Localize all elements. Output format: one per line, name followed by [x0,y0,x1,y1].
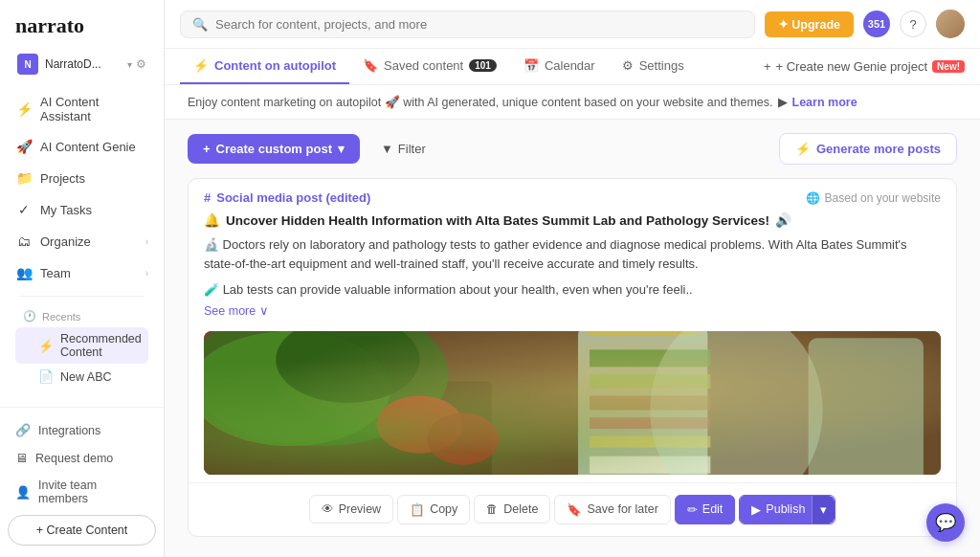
create-custom-post-button[interactable]: + Create custom post ▾ [188,134,360,164]
calendar-tab-icon: 📅 [523,58,539,73]
workspace-avatar: N [17,54,38,75]
sidebar-invite-team[interactable]: 👤 Invite team members [8,473,156,511]
delete-button[interactable]: 🗑 Delete [474,495,550,524]
sidebar: narrato N NarratoD... ▾ ⚙ ⚡ AI Content A… [0,0,165,557]
sidebar-request-demo[interactable]: 🖥 Request demo [8,445,156,471]
gear-tab-icon: ⚙ [622,58,634,73]
tab-content-on-autopilot[interactable]: ⚡ Content on autopilot [180,49,349,84]
post-title: 🔔 Uncover Hidden Health Information with… [204,212,941,228]
svg-rect-16 [809,338,924,475]
filter-button[interactable]: ▼ Filter [369,134,437,164]
workspace-gear-icon[interactable]: ⚙ [136,57,146,71]
tab-label: Calendar [545,58,595,73]
autopilot-banner: Enjoy content marketing on autopilot 🚀 w… [165,85,980,120]
check-icon: ✓ [15,201,33,218]
recent-item-new-abc[interactable]: 📄 New ABC [15,365,148,389]
sidebar-item-label: Team [40,266,71,280]
sidebar-item-label: AI Content Genie [40,140,136,154]
new-badge: New! [932,60,965,73]
search-input[interactable] [215,17,743,32]
filter-label: Filter [398,142,426,156]
post-body: 🔔 Uncover Hidden Health Information with… [189,212,956,327]
topbar-right: ✦ Upgrade 351 ? [765,10,965,38]
recents-label-text: Recents [42,311,80,323]
post-excerpt: 🧪 Lab tests can provide valuable informa… [204,280,941,300]
publish-button[interactable]: ▶ Publish [740,496,816,524]
chevron-right-icon: › [145,236,148,247]
svg-rect-8 [586,331,701,335]
sidebar-item-label: AI Content Assistant [40,95,148,123]
sidebar-nav: ⚡ AI Content Assistant 🚀 AI Content Geni… [0,84,164,407]
sidebar-item-ai-content-genie[interactable]: 🚀 AI Content Genie [8,131,156,162]
bell-icon: 🔔 [204,212,220,228]
create-content-button[interactable]: + Create Content [8,515,156,546]
post-source: 🌐 Based on your website [806,191,941,205]
publish-label: Publish [766,502,805,516]
workspace-switcher[interactable]: N NarratoD... ▾ ⚙ [6,48,158,80]
plus-icon: + [764,59,771,74]
post-type-label: Social media post (edited) [216,190,370,205]
sidebar-integrations[interactable]: 🔗 Integrations [8,417,156,443]
search-box[interactable]: 🔍 [180,11,755,38]
tab-calendar[interactable]: 📅 Calendar [510,49,609,84]
bookmark-tab-icon: 🔖 [363,58,378,73]
new-genie-label: + Create new Genie project [775,59,927,74]
filter-icon: ▼ [381,142,393,156]
svg-point-2 [204,331,449,446]
learn-more-link[interactable]: Learn more [792,96,858,109]
tab-settings[interactable]: ⚙ Settings [609,49,698,84]
sidebar-item-projects[interactable]: 📁 Projects [8,163,156,193]
see-more-button[interactable]: See more ∨ [204,303,941,318]
user-avatar[interactable] [936,10,965,38]
svg-rect-14 [590,456,710,473]
save-for-later-button[interactable]: 🔖 Save for later [554,495,670,524]
svg-point-5 [376,395,462,453]
chat-bubble-button[interactable]: 💬 [926,503,965,542]
sidebar-item-organize[interactable]: 🗂 Organize › [8,226,156,256]
svg-rect-10 [590,373,710,388]
svg-rect-13 [590,435,710,447]
svg-rect-1 [204,381,492,475]
preview-button[interactable]: 👁 Preview [309,495,393,524]
recent-item-label: New ABC [60,370,112,384]
tab-saved-content[interactable]: 🔖 Saved content 101 [349,49,510,84]
copy-button[interactable]: 📋 Copy [397,495,470,524]
recent-item-recommended-content[interactable]: ⚡ Recommended Content [15,327,148,364]
bottom-item-label: Integrations [38,424,100,437]
sidebar-item-ai-content-assistant[interactable]: ⚡ AI Content Assistant [8,88,156,130]
svg-rect-11 [590,395,710,410]
question-icon: ? [909,17,916,32]
copy-icon: 📋 [410,502,425,517]
post-text: 🔬 Doctors rely on laboratory and patholo… [204,235,941,273]
sidebar-item-label: Organize [40,234,91,249]
sidebar-item-team[interactable]: 👥 Team › [8,257,156,288]
clock-icon: 🕐 [23,310,36,323]
recents-section: 🕐 Recents [8,304,156,326]
new-genie-project-button[interactable]: + + Create new Genie project New! [764,59,965,74]
workspace-name: NarratoD... [45,57,125,71]
help-button[interactable]: ? [900,11,926,37]
post-image [204,331,941,475]
food-photo [204,331,941,475]
copy-label: Copy [430,502,457,516]
publish-dropdown-button[interactable]: ▾ [812,496,835,524]
organize-icon: 🗂 [15,233,33,250]
avatar-image [936,10,965,38]
pencil-icon: ✏ [687,502,698,517]
hash-icon: # [204,190,211,205]
generate-more-posts-button[interactable]: ⚡ Generate more posts [779,133,957,165]
notification-badge[interactable]: 351 [863,11,890,37]
app-logo: narrato [15,13,84,37]
speaker-icon: 🔊 [775,212,791,228]
upgrade-button[interactable]: ✦ Upgrade [765,11,854,37]
document-icon: 📄 [38,369,54,384]
sidebar-item-my-tasks[interactable]: ✓ My Tasks [8,194,156,225]
publish-group: ▶ Publish ▾ [739,495,835,524]
tabs: ⚡ Content on autopilot 🔖 Saved content 1… [180,49,698,84]
svg-rect-12 [590,417,710,429]
eye-icon: 👁 [322,502,334,516]
edit-button[interactable]: ✏ Edit [675,495,736,524]
banner-text: Enjoy content marketing on autopilot 🚀 w… [188,95,773,109]
bookmark-icon: 🔖 [567,502,582,517]
dropdown-arrow-icon: ▾ [338,142,345,156]
